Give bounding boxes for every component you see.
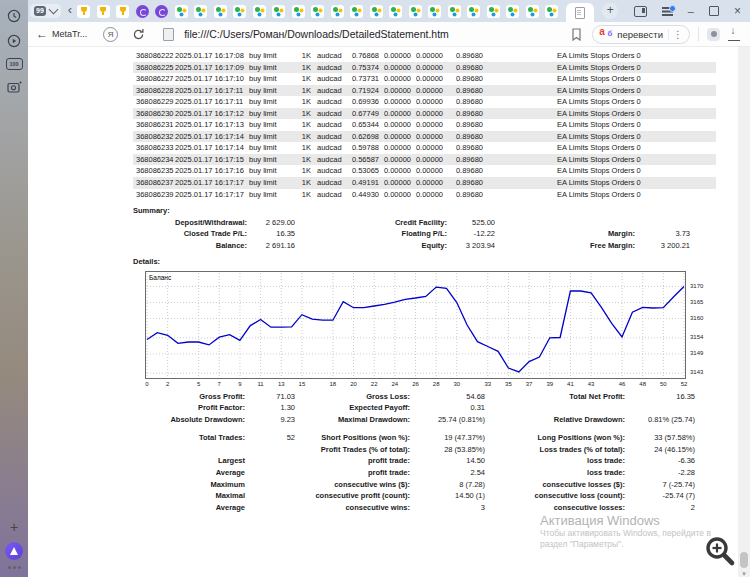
green-favicon-tab[interactable] <box>331 5 344 18</box>
order-item: audcad <box>311 131 347 143</box>
stat-label: Average <box>133 467 245 479</box>
kebab-menu-icon[interactable]: ⋮ <box>668 29 683 40</box>
purple-favicon-tab[interactable] <box>155 5 168 18</box>
order-row: 3680862292025.01.17 16:17:11buy limit1Ka… <box>133 96 716 108</box>
stat-value: 0.81% (25.74) <box>625 414 695 426</box>
order-time: 2025.01.17 16:17:10 <box>175 73 249 85</box>
refresh-icon[interactable] <box>132 28 145 41</box>
green-favicon-tab[interactable] <box>311 5 324 18</box>
stat-label: Total Trades: <box>133 432 245 444</box>
green-favicon-tab[interactable] <box>253 5 266 18</box>
stat-value <box>245 455 295 467</box>
x-tick-label: 7 <box>211 381 227 387</box>
order-comment: EA Limits Stops Orders 0 <box>483 189 716 201</box>
stat-value: 14.50 (1) <box>410 490 485 502</box>
purple-favicon-tab[interactable] <box>136 5 149 18</box>
stat-value: 25.74 (0.81%) <box>410 414 485 426</box>
magnifier-button[interactable] <box>704 535 738 569</box>
menu-icon[interactable] <box>662 7 673 9</box>
green-favicon-tab[interactable] <box>292 5 305 18</box>
stats-spacer <box>133 425 716 432</box>
pinned-tabs-strip <box>77 5 558 18</box>
tab-counter-badge[interactable]: 99 <box>34 6 46 16</box>
order-comment: EA Limits Stops Orders 0 <box>483 165 716 177</box>
sidebar-add-icon[interactable]: + <box>0 520 28 534</box>
green-favicon-tab[interactable] <box>409 5 422 18</box>
order-market: 0.89680 <box>443 177 483 189</box>
scrollbar[interactable]: ▾ <box>738 47 750 577</box>
scrollbar-thumb[interactable] <box>740 552 748 568</box>
order-item: audcad <box>311 142 347 154</box>
stat-label: Credit Facility: <box>295 217 447 229</box>
scroll-down-icon[interactable]: ▾ <box>738 570 750 577</box>
sidebar-more-dots-icon[interactable] <box>13 566 16 569</box>
chevron-down-icon[interactable] <box>48 5 58 15</box>
order-row: 3680862322025.01.17 16:17:14buy limit1Ka… <box>133 131 716 143</box>
stat-label: consecutive wins ($): <box>295 479 410 491</box>
order-price: 0.69936 <box>347 96 379 108</box>
stat-value: 7 (-25.74) <box>625 479 695 491</box>
alice-assistant-icon[interactable] <box>5 542 23 560</box>
summary-table: Deposit/Withdrawal:2 629.00Credit Facili… <box>133 217 716 252</box>
stat-label: consecutive wins: <box>295 502 410 514</box>
speed-100-icon[interactable]: 100 <box>6 58 23 70</box>
stat-value: 3 200.21 <box>635 240 690 252</box>
order-type: buy limit <box>249 108 287 120</box>
green-favicon-tab[interactable] <box>545 5 558 18</box>
green-favicon-tab[interactable] <box>214 5 227 18</box>
trophy-favicon-tab[interactable] <box>77 5 90 18</box>
order-type: buy limit <box>249 62 287 74</box>
stat-value: 3 203.94 <box>447 240 495 252</box>
green-favicon-tab[interactable] <box>194 5 207 18</box>
yandex-search-icon[interactable]: Я <box>103 27 118 42</box>
green-favicon-tab[interactable] <box>467 5 480 18</box>
order-time: 2025.01.17 16:17:11 <box>175 85 249 97</box>
order-tp: 0.00000 <box>411 189 443 201</box>
stat-value: 19 (47.37%) <box>410 432 485 444</box>
order-type: buy limit <box>249 189 287 201</box>
tab-group-pill[interactable]: 99 <box>30 4 61 18</box>
side-panel-icon[interactable] <box>634 6 647 17</box>
extension-icon[interactable] <box>707 28 720 41</box>
play-icon[interactable] <box>6 33 22 49</box>
scroll-tabs-left-icon[interactable]: ‹ <box>68 3 72 17</box>
stat-value <box>625 402 695 414</box>
browser-window: 100 + 99 ‹ + – × <box>0 0 750 577</box>
maximize-button[interactable] <box>709 6 719 16</box>
close-button[interactable]: × <box>734 5 741 17</box>
green-favicon-tab[interactable] <box>448 5 461 18</box>
url-text[interactable]: file:///C:/Users/Роман/Downloads/Detaile… <box>184 28 563 40</box>
x-tick-label: 39 <box>542 381 558 387</box>
minimize-button[interactable]: – <box>688 6 694 16</box>
green-favicon-tab[interactable] <box>233 5 246 18</box>
screenshot-icon[interactable] <box>6 79 22 95</box>
green-favicon-tab[interactable] <box>428 5 441 18</box>
order-row: 3680862222025.01.17 16:17:08buy limit1Ka… <box>133 50 716 62</box>
green-favicon-tab[interactable] <box>272 5 285 18</box>
chart-legend: Баланс <box>149 274 172 281</box>
back-button[interactable]: ← MetaTr... <box>36 27 87 41</box>
x-tick-label: 33 <box>480 381 496 387</box>
history-icon[interactable] <box>6 8 22 24</box>
order-size: 1K <box>287 177 311 189</box>
green-favicon-tab[interactable] <box>506 5 519 18</box>
active-tab[interactable] <box>566 3 594 22</box>
new-tab-button[interactable]: + <box>602 3 618 19</box>
order-size: 1K <box>287 131 311 143</box>
translate-button[interactable]: перевести ⋮ <box>592 25 690 44</box>
order-tp: 0.00000 <box>411 108 443 120</box>
green-favicon-tab[interactable] <box>526 5 539 18</box>
order-tp: 0.00000 <box>411 177 443 189</box>
green-favicon-tab[interactable] <box>370 5 383 18</box>
download-icon[interactable] <box>728 27 740 41</box>
order-time: 2025.01.17 16:17:08 <box>175 50 249 62</box>
green-favicon-tab[interactable] <box>350 5 363 18</box>
trophy-favicon-tab[interactable] <box>116 5 129 18</box>
order-size: 1K <box>287 189 311 201</box>
trophy-favicon-tab[interactable] <box>97 5 110 18</box>
stat-value: 2 <box>625 502 695 514</box>
green-favicon-tab[interactable] <box>389 5 402 18</box>
green-favicon-tab[interactable] <box>175 5 188 18</box>
green-favicon-tab[interactable] <box>487 5 500 18</box>
bookmark-icon[interactable] <box>571 28 582 41</box>
